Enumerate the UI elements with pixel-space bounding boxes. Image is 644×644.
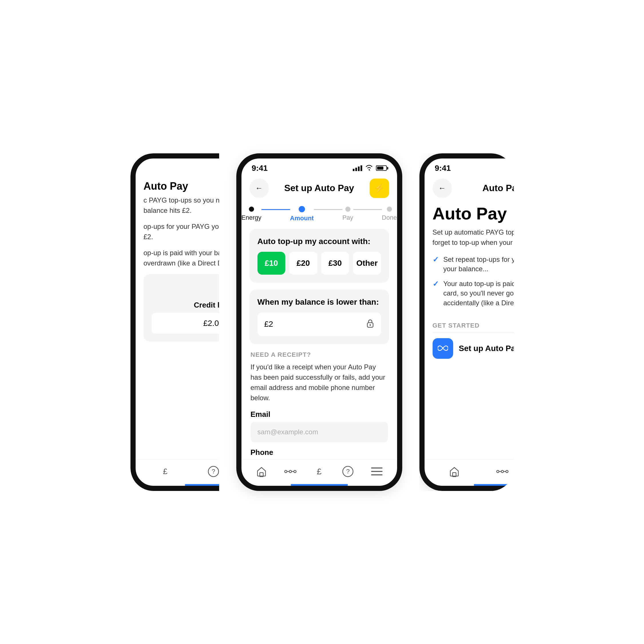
step-line-2 <box>314 209 342 210</box>
step-amount: Amount <box>290 206 314 222</box>
svg-rect-25 <box>371 474 383 475</box>
step-energy: Energy <box>241 207 261 221</box>
step-pay: Pay <box>342 207 353 221</box>
amount-20[interactable]: £20 <box>289 252 317 275</box>
center-main-content: Auto top-up my account with: £10 £20 £30… <box>241 229 397 459</box>
step-done: Done <box>382 207 397 221</box>
svg-point-29 <box>501 470 504 473</box>
nav-network-right[interactable] <box>495 464 510 479</box>
step-label-done: Done <box>382 214 397 221</box>
status-bar-center: 9:41 <box>241 158 397 175</box>
setup-autopay-button[interactable]: Set up Auto Pay <box>425 338 514 359</box>
step-line-1 <box>261 209 290 210</box>
nav-pound-center[interactable]: £ <box>312 464 326 479</box>
svg-point-14 <box>369 324 371 326</box>
svg-point-30 <box>506 470 508 473</box>
topup-card-title: Auto top-up my account with: <box>257 237 381 246</box>
receipt-label: NEED A RECEIPT? <box>251 351 388 358</box>
svg-point-12 <box>368 170 369 171</box>
nav-menu-center[interactable] <box>369 464 384 479</box>
email-placeholder: sam@example.com <box>257 428 318 436</box>
check-text-1: Set repeat top-ups for your meter when y… <box>443 255 514 274</box>
svg-point-17 <box>289 470 292 473</box>
svg-text:?: ? <box>211 468 215 475</box>
step-label-pay: Pay <box>342 214 353 221</box>
amount-options: £10 £20 £30 Other <box>257 252 381 275</box>
status-bar-right: 9:41 <box>425 158 514 175</box>
lightning-button[interactable]: ⚡ <box>370 179 389 198</box>
svg-point-28 <box>497 470 499 473</box>
app-header-right: ← Auto Pay <box>425 175 514 201</box>
signal-icon-center <box>353 165 362 171</box>
credit-value: £2.00 <box>203 319 219 328</box>
app-header-center: ← Set up Auto Pay ⚡ <box>241 175 397 201</box>
phone-label: Phone <box>251 448 388 457</box>
nav-home-icon[interactable] <box>254 464 269 479</box>
email-input[interactable]: sam@example.com <box>251 422 388 442</box>
balance-card-title: When my balance is lower than: <box>257 298 381 307</box>
step-line-3 <box>353 209 382 210</box>
step-label-amount: Amount <box>290 215 314 222</box>
credit-card: Credit limit £2.00 <box>144 274 219 342</box>
status-time-right: 9:41 <box>435 164 451 173</box>
right-phone-wrapper: 9:41 <box>419 153 514 491</box>
check-text-2: Your auto top-up is paid with your bank … <box>443 279 514 308</box>
checkmark-2: ✓ <box>433 280 439 288</box>
checkmark-1: ✓ <box>433 255 439 264</box>
topup-card: Auto top-up my account with: £10 £20 £30… <box>249 229 389 283</box>
setup-text: Set up Auto Pay <box>459 344 514 353</box>
back-button[interactable]: ← <box>249 179 269 198</box>
center-phone: 9:41 <box>236 153 402 491</box>
amount-10[interactable]: £10 <box>257 252 286 275</box>
svg-text:?: ? <box>346 468 350 475</box>
left-phone-wrapper: 📶 Auto Pay c PAYG top-ups so you never w… <box>130 153 219 491</box>
bottom-nav-left: £ ? <box>136 459 219 486</box>
status-time: 9:41 <box>252 164 268 173</box>
check-item-1: ✓ Set repeat top-ups for your meter when… <box>433 255 514 274</box>
receipt-desc: If you'd like a receipt when your Auto P… <box>251 362 388 403</box>
svg-point-18 <box>294 470 296 473</box>
step-dot-done <box>387 207 392 212</box>
svg-point-16 <box>285 470 287 473</box>
lightning-icon: ⚡ <box>374 183 385 193</box>
email-label: Email <box>251 410 388 419</box>
right-main-title: Auto Pay <box>425 201 514 227</box>
svg-rect-24 <box>371 471 383 472</box>
back-button-right[interactable]: ← <box>433 179 452 198</box>
balance-value: £2 <box>264 320 273 329</box>
battery-icon-center <box>376 165 387 171</box>
credit-value-wrap: £2.00 <box>152 313 219 334</box>
right-desc: Set up automatic PAYG top-ups so you nev… <box>425 227 514 248</box>
left-desc-2: op-ups for your PAYG your balance reache… <box>144 221 219 242</box>
check-list: ✓ Set repeat top-ups for your meter when… <box>425 255 514 313</box>
divider <box>433 332 514 332</box>
progress-stepper: Energy Amount Pay Done <box>241 201 397 229</box>
header-title: Set up Auto Pay <box>269 183 370 193</box>
wifi-icon-center <box>365 164 373 172</box>
bottom-nav-right: £ <box>425 459 514 486</box>
step-dot-amount <box>299 206 305 212</box>
header-title-right: Auto Pay <box>452 183 514 193</box>
step-label-energy: Energy <box>241 214 261 221</box>
bottom-nav-center: £ ? <box>241 459 397 486</box>
lock-icon <box>366 319 374 330</box>
nav-home-right[interactable] <box>447 464 462 479</box>
nav-question-icon[interactable]: ? <box>206 464 219 479</box>
receipt-section: NEED A RECEIPT? If you'd like a receipt … <box>249 351 389 457</box>
svg-rect-23 <box>371 467 383 469</box>
nav-question-center[interactable]: ? <box>340 464 355 479</box>
setup-icon-wrap <box>433 338 453 359</box>
page-title: Auto Pay <box>136 175 219 195</box>
nav-network-icon[interactable] <box>283 464 298 479</box>
amount-30[interactable]: £30 <box>321 252 349 275</box>
infinity-icon <box>438 344 448 353</box>
nav-pound-icon[interactable]: £ <box>158 464 173 479</box>
step-dot-pay <box>345 207 350 212</box>
left-desc-1: c PAYG top-ups so you never when your ba… <box>144 195 219 216</box>
check-item-2: ✓ Your auto top-up is paid with your ban… <box>433 279 514 308</box>
step-dot-energy <box>249 207 254 212</box>
left-desc-3: op-up is paid with your bank ll never go… <box>144 248 219 268</box>
get-started-label: GET STARTED <box>425 322 514 329</box>
balance-input[interactable]: £2 <box>257 312 381 336</box>
amount-other[interactable]: Other <box>353 252 381 275</box>
